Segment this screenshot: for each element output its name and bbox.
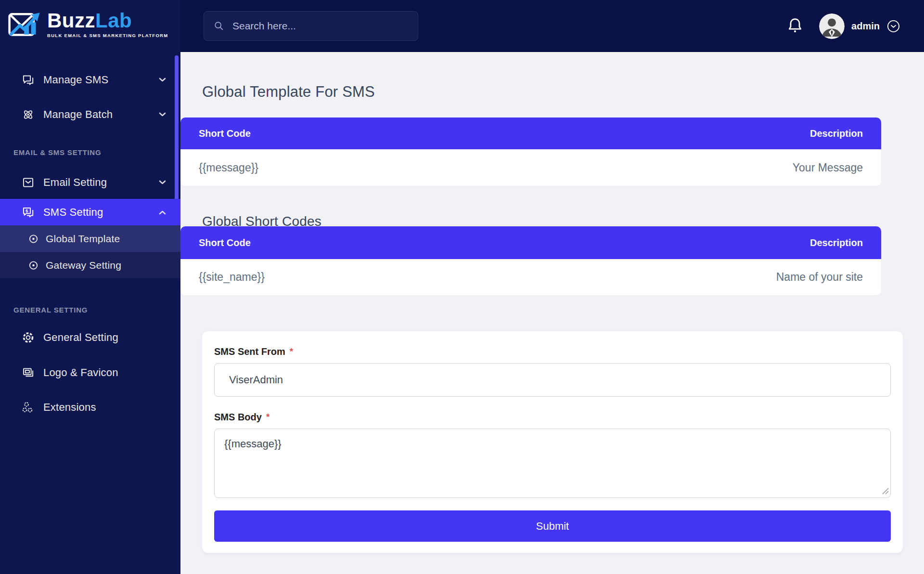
brand-logo[interactable]: BuzzLab BULK EMAIL & SMS MARKETING PLATF… [8, 10, 168, 39]
gear-cluster-icon [22, 401, 35, 414]
app-root: BuzzLab BULK EMAIL & SMS MARKETING PLATF… [0, 0, 924, 574]
stacked-images-icon [22, 366, 35, 379]
sidebar: BuzzLab BULK EMAIL & SMS MARKETING PLATF… [0, 0, 180, 574]
sms-template-form-card: SMS Sent From * SMS Body * {{message}} S… [202, 331, 903, 553]
topbar-actions: admin [786, 0, 900, 52]
sidebar-item-label: Email Setting [43, 176, 107, 189]
table1-cell-description: Your Message [793, 161, 863, 174]
search-input[interactable] [231, 20, 408, 32]
brand-name: BuzzLab [47, 11, 168, 31]
table1-col-description: Description [810, 128, 863, 139]
sidebar-item-label: Logo & Favicon [43, 366, 118, 379]
chevron-down-icon [159, 112, 166, 117]
sidebar-item-label: General Setting [43, 331, 118, 344]
brand-tagline: BULK EMAIL & SMS MARKETING PLATFORM [47, 33, 168, 38]
sidebar-subitem-label: Gateway Setting [46, 260, 121, 271]
sidebar-item-logo-favicon[interactable]: Logo & Favicon [0, 359, 180, 386]
dot-circle-icon [28, 260, 39, 271]
sidebar-section-general-setting: GENERAL SETTING [13, 303, 88, 316]
table2-col-description: Description [810, 237, 863, 248]
atom-icon [22, 108, 35, 121]
sidebar-item-email-setting[interactable]: Email Setting [0, 169, 180, 196]
search-box [204, 11, 418, 41]
sms-body-textarea[interactable]: {{message}} [214, 429, 891, 498]
table1-cell-code: {{message}} [199, 161, 258, 174]
sidebar-item-label: Extensions [43, 401, 96, 414]
sms-sent-from-label: SMS Sent From * [214, 346, 891, 357]
sidebar-subitem-global-template[interactable]: Global Template [0, 225, 180, 252]
sidebar-item-label: Manage Batch [43, 108, 113, 121]
svg-text:$: $ [26, 208, 28, 213]
sidebar-item-extensions[interactable]: Extensions [0, 394, 180, 420]
sidebar-subitem-label: Global Template [46, 233, 120, 245]
sidebar-section-email-sms-setting: EMAIL & SMS SETTING [13, 146, 101, 158]
chat-bubbles-icon [22, 73, 35, 86]
sms-body-label: SMS Body * [214, 411, 891, 423]
sidebar-item-sms-setting[interactable]: $ SMS Setting [0, 199, 180, 225]
table2-row: {{site_name}} Name of your site [180, 259, 881, 295]
page-title: Global Template For SMS [202, 83, 375, 101]
table1-header-row: Short Code Description [180, 117, 881, 149]
notifications-bell-icon[interactable] [786, 17, 804, 35]
search-icon [214, 21, 224, 31]
sidebar-item-label: SMS Setting [43, 206, 103, 219]
sidebar-item-manage-sms[interactable]: Manage SMS [0, 66, 180, 93]
main-content: Global Template For SMS Short Code Descr… [180, 52, 924, 574]
table2-col-short-code: Short Code [199, 237, 251, 248]
username-label[interactable]: admin [851, 21, 880, 32]
mail-square-icon [22, 176, 35, 189]
user-avatar[interactable] [819, 13, 845, 39]
sidebar-subitem-gateway-setting[interactable]: Gateway Setting [0, 252, 180, 278]
dot-circle-icon [28, 233, 39, 244]
submit-button[interactable]: Submit [214, 510, 891, 542]
table1-col-short-code: Short Code [199, 128, 251, 139]
textarea-resize-grip-icon[interactable] [882, 488, 889, 495]
table1-row: {{message}} Your Message [180, 149, 881, 186]
sms-sent-from-input[interactable] [214, 363, 891, 397]
chevron-down-icon [159, 180, 166, 185]
cog-wheel-icon [22, 331, 35, 344]
topbar: admin [180, 0, 924, 52]
sidebar-item-manage-batch[interactable]: Manage Batch [0, 101, 180, 128]
chevron-down-icon [159, 78, 166, 82]
chevron-up-icon [159, 210, 166, 215]
sidebar-item-general-setting[interactable]: General Setting [0, 324, 180, 351]
table2-cell-code: {{site_name}} [199, 271, 265, 284]
brand-logo-icon [8, 10, 42, 39]
table2-cell-description: Name of your site [776, 271, 863, 284]
user-menu-chevron-icon[interactable] [887, 20, 900, 33]
sms-bubble-dollar-icon: $ [22, 206, 35, 219]
required-asterisk: * [290, 346, 293, 357]
sidebar-item-label: Manage SMS [43, 74, 108, 86]
required-asterisk: * [266, 412, 270, 422]
table2-header-row: Short Code Description [180, 226, 881, 259]
